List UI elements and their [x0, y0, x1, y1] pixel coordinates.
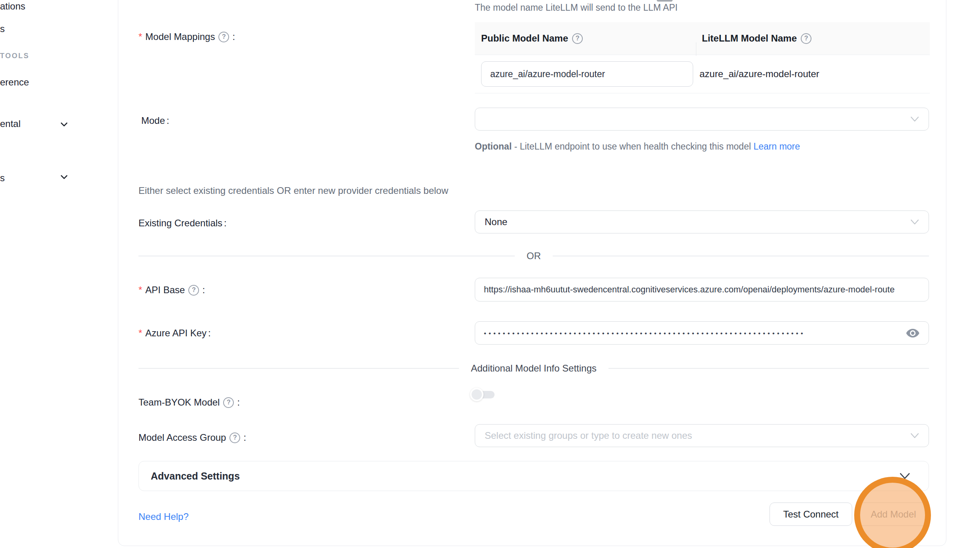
- sidebar-item-inference[interactable]: erence: [0, 77, 29, 88]
- chevron-down-icon: [910, 116, 919, 122]
- column-header-litellm-model-name: LiteLLM Model Name ?: [696, 33, 811, 44]
- litellm-model-name-value: azure_ai/azure-model-router: [693, 68, 819, 80]
- mode-helper-text: Optional - LiteLLM endpoint to use when …: [475, 138, 805, 154]
- existing-credentials-label: Existing Credentials :: [138, 216, 227, 230]
- advanced-settings-header[interactable]: Advanced Settings: [138, 461, 929, 491]
- model-access-group-label: Model Access Group ? :: [138, 431, 246, 444]
- model-mappings-table: Public Model Name ? LiteLLM Model Name ?…: [475, 22, 930, 93]
- or-divider: OR: [138, 250, 929, 262]
- help-circle-icon[interactable]: ?: [572, 33, 583, 44]
- team-byok-toggle[interactable]: [470, 388, 495, 401]
- team-byok-label: Team-BYOK Model ? :: [138, 396, 240, 409]
- masked-password-dots: ••••••••••••••••••••••••••••••••••••••••…: [484, 330, 806, 338]
- public-model-name-input[interactable]: azure_ai/azure-model-router: [481, 61, 693, 87]
- chevron-down-icon: [899, 472, 910, 480]
- learn-more-link[interactable]: Learn more: [753, 141, 800, 152]
- chevron-down-icon: [910, 432, 919, 439]
- mode-label: Mode :: [141, 114, 169, 127]
- add-model-page: ations s TOOLS erence ental s The model …: [0, 0, 980, 548]
- additional-settings-divider: Additional Model Info Settings: [138, 363, 929, 374]
- api-base-input[interactable]: https://ishaa-mh6uutut-swedencentral.cog…: [475, 278, 929, 301]
- required-asterisk: *: [138, 32, 142, 42]
- sidebar-item[interactable]: s: [0, 23, 5, 34]
- sidebar-item-settings[interactable]: s: [0, 173, 5, 184]
- toggle-knob: [470, 388, 483, 401]
- model-mappings-label: * Model Mappings ? :: [138, 30, 235, 44]
- existing-credentials-select[interactable]: None: [475, 210, 929, 233]
- sidebar-section-tools: TOOLS: [0, 52, 29, 60]
- chevron-down-icon: [59, 119, 69, 129]
- credentials-note: Either select existing credentials OR en…: [138, 185, 448, 196]
- add-model-button[interactable]: Add Model: [857, 502, 930, 526]
- chevron-down-icon: [910, 219, 919, 225]
- chevron-down-icon: [59, 172, 69, 182]
- column-header-public-model-name: Public Model Name ?: [475, 33, 696, 44]
- model-access-group-select[interactable]: Select existing groups or type to create…: [475, 424, 929, 447]
- help-circle-icon[interactable]: ?: [223, 397, 234, 408]
- help-circle-icon[interactable]: ?: [218, 32, 229, 42]
- need-help-link[interactable]: Need Help?: [138, 511, 189, 522]
- azure-api-key-input[interactable]: ••••••••••••••••••••••••••••••••••••••••…: [475, 321, 929, 345]
- eye-icon[interactable]: [906, 328, 920, 338]
- azure-api-key-label: * Azure API Key :: [138, 326, 211, 340]
- test-connect-button[interactable]: Test Connect: [770, 502, 852, 526]
- help-circle-icon[interactable]: ?: [188, 285, 199, 296]
- sidebar-item-experimental[interactable]: ental: [0, 118, 21, 129]
- sidebar-item-organizations[interactable]: ations: [0, 1, 25, 12]
- mode-select[interactable]: [475, 108, 929, 131]
- model-name-helper-text: The model name LiteLLM will send to the …: [475, 1, 678, 14]
- api-base-label: * API Base ? :: [138, 283, 205, 297]
- table-header-row: Public Model Name ? LiteLLM Model Name ?: [475, 22, 930, 55]
- required-asterisk: *: [138, 285, 142, 295]
- help-circle-icon[interactable]: ?: [801, 33, 811, 44]
- required-asterisk: *: [138, 328, 142, 338]
- help-circle-icon[interactable]: ?: [229, 432, 240, 443]
- table-row: azure_ai/azure-model-router azure_ai/azu…: [475, 55, 930, 93]
